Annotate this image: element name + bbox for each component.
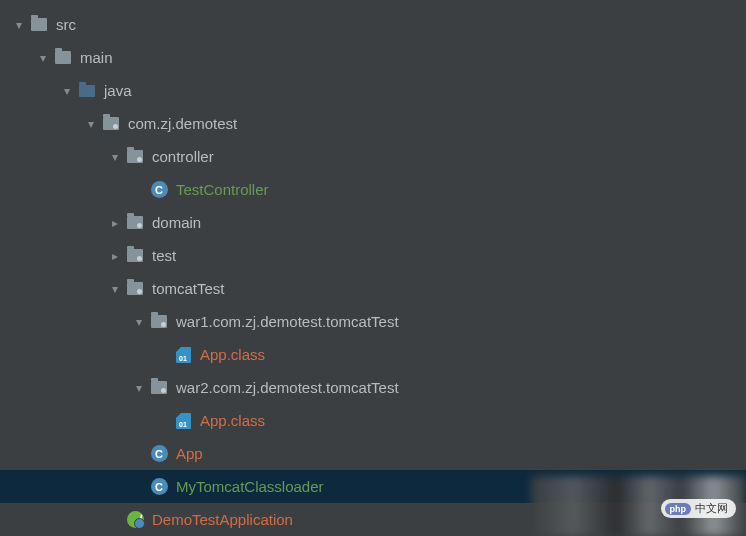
spring-boot-icon (126, 511, 144, 529)
package-icon (126, 148, 144, 166)
chevron-down-icon[interactable]: ▾ (128, 381, 150, 395)
tree-node-test[interactable]: ▸ test (0, 239, 746, 272)
package-icon (150, 379, 168, 397)
tree-label: App.class (200, 412, 265, 429)
chevron-down-icon[interactable]: ▾ (104, 150, 126, 164)
chevron-down-icon[interactable]: ▾ (56, 84, 78, 98)
tree-node-app[interactable]: ▾ C App (0, 437, 746, 470)
package-icon (126, 247, 144, 265)
tree-node-src[interactable]: ▾ src (0, 8, 746, 41)
tree-label: com.zj.demotest (128, 115, 237, 132)
tree-node-java[interactable]: ▾ java (0, 74, 746, 107)
tree-label: war2.com.zj.demotest.tomcatTest (176, 379, 399, 396)
chevron-down-icon[interactable]: ▾ (80, 117, 102, 131)
tree-node-app-class-2[interactable]: ▾ App.class (0, 404, 746, 437)
tree-node-domain[interactable]: ▸ domain (0, 206, 746, 239)
tree-label: src (56, 16, 76, 33)
tree-label: App (176, 445, 203, 462)
tree-label: DemoTestApplication (152, 511, 293, 528)
chevron-down-icon[interactable]: ▾ (32, 51, 54, 65)
tree-node-main[interactable]: ▾ main (0, 41, 746, 74)
tree-label: MyTomcatClassloader (176, 478, 324, 495)
tree-label: TestController (176, 181, 269, 198)
tree-label: domain (152, 214, 201, 231)
tree-node-app-class-1[interactable]: ▾ App.class (0, 338, 746, 371)
tree-node-war1[interactable]: ▾ war1.com.zj.demotest.tomcatTest (0, 305, 746, 338)
tree-label: java (104, 82, 132, 99)
chevron-down-icon[interactable]: ▾ (128, 315, 150, 329)
tree-label: tomcatTest (152, 280, 225, 297)
folder-icon (30, 16, 48, 34)
chevron-down-icon[interactable]: ▾ (104, 282, 126, 296)
class-file-icon (174, 346, 192, 364)
tree-node-test-controller[interactable]: ▾ C TestController (0, 173, 746, 206)
watermark-text: 中文网 (695, 501, 728, 516)
tree-label: test (152, 247, 176, 264)
php-badge: php (665, 503, 692, 515)
class-icon: C (150, 181, 168, 199)
tree-node-war2[interactable]: ▾ war2.com.zj.demotest.tomcatTest (0, 371, 746, 404)
package-icon (102, 115, 120, 133)
watermark: php 中文网 (661, 499, 737, 518)
folder-icon (54, 49, 72, 67)
chevron-right-icon[interactable]: ▸ (104, 249, 126, 263)
package-icon (150, 313, 168, 331)
class-icon: C (150, 478, 168, 496)
class-icon: C (150, 445, 168, 463)
tree-node-package-root[interactable]: ▾ com.zj.demotest (0, 107, 746, 140)
chevron-right-icon[interactable]: ▸ (104, 216, 126, 230)
source-folder-icon (78, 82, 96, 100)
tree-node-tomcat-test[interactable]: ▾ tomcatTest (0, 272, 746, 305)
package-icon (126, 280, 144, 298)
package-icon (126, 214, 144, 232)
tree-label: controller (152, 148, 214, 165)
tree-label: App.class (200, 346, 265, 363)
tree-node-controller[interactable]: ▾ controller (0, 140, 746, 173)
project-tree: ▾ src ▾ main ▾ java ▾ com.zj.demotest ▾ … (0, 0, 746, 536)
class-file-icon (174, 412, 192, 430)
tree-label: main (80, 49, 113, 66)
tree-label: war1.com.zj.demotest.tomcatTest (176, 313, 399, 330)
chevron-down-icon[interactable]: ▾ (8, 18, 30, 32)
